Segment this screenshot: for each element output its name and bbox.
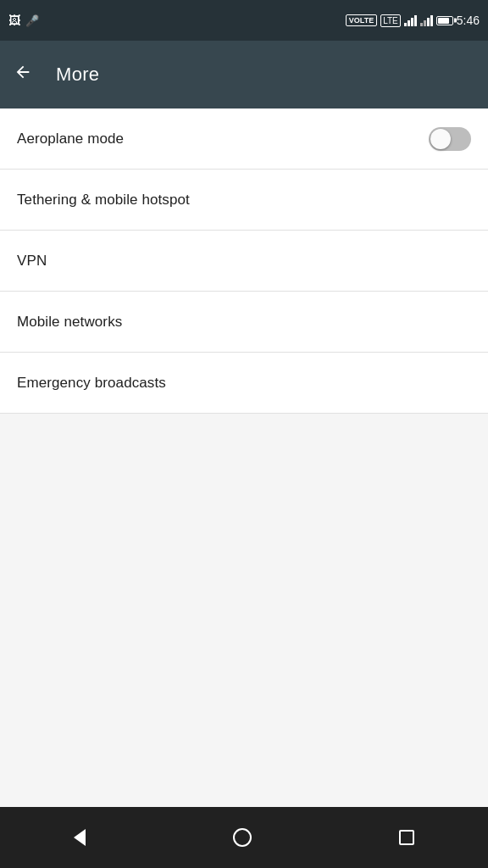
emergency-broadcasts-item[interactable]: Emergency broadcasts (0, 353, 488, 414)
page-title: More (56, 64, 99, 86)
volte-badge: VOLTE (346, 14, 377, 26)
nav-recents-button[interactable] (382, 821, 431, 854)
mobile-networks-label: Mobile networks (17, 314, 122, 331)
mobile-networks-item[interactable]: Mobile networks (0, 292, 488, 353)
lte-icon: LTE (380, 14, 401, 27)
bottom-navigation (0, 807, 488, 868)
back-nav-icon (74, 829, 86, 846)
aeroplane-mode-item[interactable]: Aeroplane mode (0, 108, 488, 170)
app-bar: More (0, 41, 488, 108)
signal-icon (404, 14, 417, 26)
toggle-knob (430, 129, 451, 149)
status-bar: 🖼 🎤 VOLTE LTE 5:46 (0, 0, 488, 41)
aeroplane-mode-toggle[interactable] (429, 127, 471, 151)
aeroplane-mode-label: Aeroplane mode (17, 131, 124, 147)
time-display: 5:46 (457, 14, 480, 27)
gallery-icon: 🖼 (8, 14, 20, 27)
battery-icon (436, 16, 453, 25)
empty-content-area (0, 414, 488, 807)
home-nav-icon (233, 828, 252, 847)
tethering-item[interactable]: Tethering & mobile hotspot (0, 170, 488, 231)
nav-back-button[interactable] (57, 821, 103, 854)
emergency-broadcasts-label: Emergency broadcasts (17, 375, 166, 392)
nav-home-button[interactable] (216, 820, 269, 855)
settings-list: Aeroplane mode Tethering & mobile hotspo… (0, 108, 488, 414)
back-button[interactable] (7, 56, 39, 93)
signal-2-icon (420, 14, 433, 26)
vpn-label: VPN (17, 253, 47, 270)
mic-muted-icon: 🎤 (25, 14, 39, 27)
recents-nav-icon (399, 830, 414, 845)
vpn-item[interactable]: VPN (0, 231, 488, 292)
tethering-label: Tethering & mobile hotspot (17, 192, 190, 209)
status-bar-left: 🖼 🎤 (8, 14, 39, 27)
status-bar-right: VOLTE LTE 5:46 (346, 14, 480, 27)
